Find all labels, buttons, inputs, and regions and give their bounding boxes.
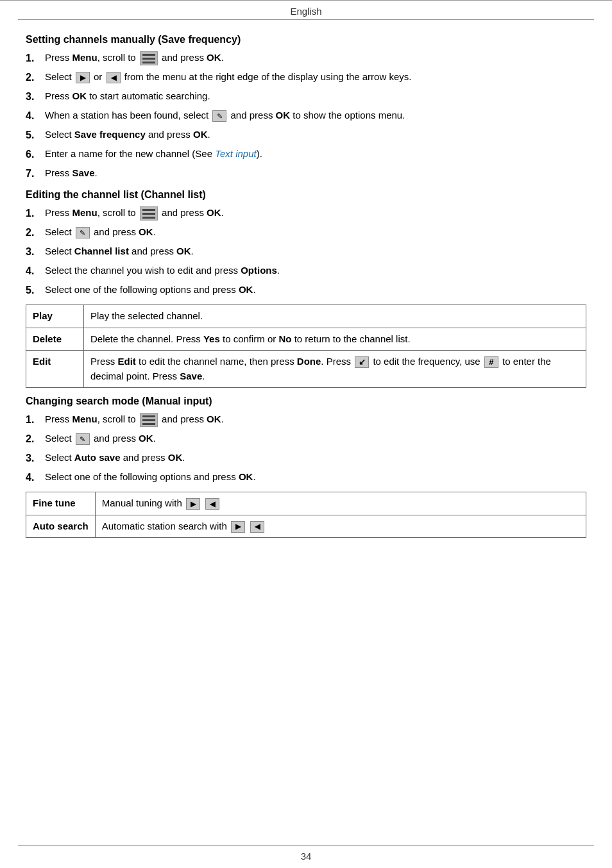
step-1-3: 3. Press OK to start automatic searching… xyxy=(26,89,586,104)
bold-ok: OK xyxy=(207,413,221,424)
step-content: Select Auto save and press OK. xyxy=(45,451,586,465)
bold-save-freq: Save frequency xyxy=(74,129,146,140)
bold-ok: OK xyxy=(168,452,183,463)
table-row: Auto search Automatic station search wit… xyxy=(26,515,586,538)
step-number: 2. xyxy=(26,225,45,240)
step-content: When a station has been found, select ✎ … xyxy=(45,108,586,123)
bold-save: Save xyxy=(180,371,202,381)
step-number: 2. xyxy=(26,70,45,85)
step-number: 4. xyxy=(26,470,45,485)
option-label: Edit xyxy=(26,351,84,388)
step-number: 1. xyxy=(26,412,45,428)
page-container: English Setting channels manually (Save … xyxy=(0,0,612,868)
pencil-icon: ✎ xyxy=(76,227,90,238)
bold-edit: Edit xyxy=(118,356,136,367)
step-content: Select ✎ and press OK. xyxy=(45,431,586,446)
bold-ok: OK xyxy=(176,246,191,256)
bold-ok: OK xyxy=(72,90,87,101)
step-1-2: 2. Select ▶ or ◀ from the menu at the ri… xyxy=(26,70,586,85)
option-label: Fine tune xyxy=(26,492,96,515)
bold-no: No xyxy=(279,333,292,344)
option-label: Auto search xyxy=(26,515,96,538)
section-title-1: Setting channels manually (Save frequenc… xyxy=(26,34,586,46)
step-2-2: 2. Select ✎ and press OK. xyxy=(26,225,586,240)
bold-auto-save: Auto save xyxy=(74,452,121,463)
steps-list-3: 1. Press Menu, scroll to and press OK. 2… xyxy=(26,412,586,485)
step-content: Press Save. xyxy=(45,166,586,181)
step-number: 6. xyxy=(26,147,45,162)
text-input-link[interactable]: Text input xyxy=(215,148,257,159)
step-1-6: 6. Enter a name for the new channel (See… xyxy=(26,147,586,162)
bold-done: Done xyxy=(297,356,321,367)
curve-arrow-icon: ↙ xyxy=(355,356,369,368)
bold-ok: OK xyxy=(239,471,253,482)
pencil-icon: ✎ xyxy=(212,110,226,122)
table-row: Fine tune Manual tuning with ▶ ◀ xyxy=(26,492,586,515)
section-title-2: Editing the channel list (Channel list) xyxy=(26,189,586,201)
option-description: Delete the channel. Press Yes to confirm… xyxy=(84,328,586,351)
step-2-5: 5. Select one of the following options a… xyxy=(26,283,586,298)
nav-left-icon: ◀ xyxy=(250,521,264,533)
bold-ok: OK xyxy=(239,284,253,295)
page-number: 34 xyxy=(0,846,612,868)
bold-menu: Menu xyxy=(72,52,98,63)
bold-yes: Yes xyxy=(203,333,220,344)
step-content: Select one of the following options and … xyxy=(45,470,586,485)
section-changing-search: Changing search mode (Manual input) 1. P… xyxy=(26,396,586,538)
step-number: 4. xyxy=(26,108,45,124)
step-number: 7. xyxy=(26,166,45,181)
bold-ok: OK xyxy=(139,226,153,237)
menu-grid-icon xyxy=(140,51,158,65)
nav-left-icon: ◀ xyxy=(205,498,219,510)
content-area: Setting channels manually (Save frequenc… xyxy=(0,20,612,845)
nav-left-icon: ◀ xyxy=(106,72,121,83)
bold-options: Options xyxy=(241,265,277,276)
step-content: Press OK to start automatic searching. xyxy=(45,89,586,104)
step-content: Select one of the following options and … xyxy=(45,283,586,297)
step-content: Press Menu, scroll to and press OK. xyxy=(45,206,586,221)
search-mode-options-table: Fine tune Manual tuning with ▶ ◀ Auto se… xyxy=(26,492,586,538)
step-3-1: 1. Press Menu, scroll to and press OK. xyxy=(26,412,586,428)
section-title-3: Changing search mode (Manual input) xyxy=(26,396,586,407)
nav-right-icon: ▶ xyxy=(76,72,90,83)
step-3-4: 4. Select one of the following options a… xyxy=(26,470,586,485)
step-number: 1. xyxy=(26,206,45,221)
option-description: Press Edit to edit the channel name, the… xyxy=(84,351,586,388)
section-editing-channel: Editing the channel list (Channel list) … xyxy=(26,189,586,388)
step-1-1: 1. Press Menu, scroll to and press OK. xyxy=(26,51,586,66)
steps-list-1: 1. Press Menu, scroll to and press OK. 2… xyxy=(26,51,586,181)
table-row: Delete Delete the channel. Press Yes to … xyxy=(26,328,586,351)
step-1-7: 7. Press Save. xyxy=(26,166,586,181)
step-content: Select Channel list and press OK. xyxy=(45,244,586,259)
step-number: 4. xyxy=(26,263,45,279)
step-content: Select the channel you wish to edit and … xyxy=(45,263,586,278)
step-content: Select ▶ or ◀ from the menu at the right… xyxy=(45,70,586,85)
bold-ok: OK xyxy=(139,433,153,444)
option-label: Play xyxy=(26,305,84,328)
step-2-1: 1. Press Menu, scroll to and press OK. xyxy=(26,206,586,221)
option-label: Delete xyxy=(26,328,84,351)
step-content: Select Save frequency and press OK. xyxy=(45,128,586,142)
step-number: 5. xyxy=(26,283,45,298)
bold-ok: OK xyxy=(207,52,221,63)
steps-list-2: 1. Press Menu, scroll to and press OK. 2… xyxy=(26,206,586,298)
bold-channel-list: Channel list xyxy=(74,246,129,256)
bold-ok: OK xyxy=(276,110,291,121)
nav-right-icon: ▶ xyxy=(231,521,245,533)
bold-save: Save xyxy=(72,167,95,178)
step-number: 1. xyxy=(26,51,45,66)
bold-ok: OK xyxy=(207,207,221,218)
bold-ok: OK xyxy=(193,129,208,140)
step-3-2: 2. Select ✎ and press OK. xyxy=(26,431,586,447)
step-number: 3. xyxy=(26,244,45,260)
step-number: 5. xyxy=(26,128,45,143)
menu-grid-icon xyxy=(140,413,158,427)
channel-options-table: Play Play the selected channel. Delete D… xyxy=(26,305,586,388)
option-description: Automatic station search with ▶ ◀ xyxy=(95,515,586,538)
pencil-icon: ✎ xyxy=(76,433,90,445)
language-label: English xyxy=(0,2,612,19)
hash-icon: # xyxy=(484,356,498,368)
section-setting-channels: Setting channels manually (Save frequenc… xyxy=(26,34,586,181)
step-2-3: 3. Select Channel list and press OK. xyxy=(26,244,586,260)
top-border xyxy=(0,0,612,1)
